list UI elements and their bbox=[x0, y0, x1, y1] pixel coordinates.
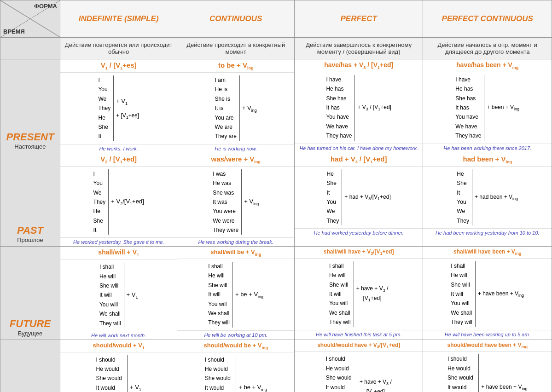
present-label-ru: Настоящее bbox=[14, 143, 46, 150]
future-indef-example: He will work next month. bbox=[91, 333, 146, 338]
future-perf-formula: shall/will have + V3/[V1+ed] bbox=[324, 248, 394, 255]
past-perf-example: He had worked yesterday before dinner. bbox=[314, 230, 404, 236]
desc-perfect-continuous: Действие началось в опр. момент и длящее… bbox=[438, 41, 537, 55]
present-cont-example: He is working now. bbox=[215, 146, 257, 151]
past-perfcont-example: He had been working yesterday from 10 to… bbox=[436, 230, 540, 236]
futurepast-indef-formula: should/would + V1 bbox=[93, 342, 145, 349]
past-label-ru: Прошлое bbox=[17, 236, 43, 243]
grammar-table: ФОРМА ВРЕМЯ INDEFINITE (SIMPLE) CONTINUO… bbox=[0, 0, 552, 392]
futurepast-perf-formula: should/would have + V3/[V1+ed] bbox=[317, 342, 400, 348]
present-cont-formula: to be + Ving bbox=[218, 61, 253, 69]
pron: I bbox=[98, 75, 110, 85]
present-perf-formula: have/has + V3 / [V1+ed] bbox=[324, 61, 393, 69]
futurepast-perfcont-formula: should/would have been + Ving bbox=[447, 342, 528, 348]
vremya-label: ВРЕМЯ bbox=[3, 28, 25, 35]
past-perf-formula: had + V3 / [V1+ed] bbox=[331, 155, 387, 163]
past-cont-formula: was/were + Ving bbox=[211, 155, 261, 163]
header-indefinite: INDEFINITE (SIMPLE) bbox=[79, 14, 159, 23]
futurepast-cont-formula: should/would be + Ving bbox=[203, 342, 268, 349]
pron: They bbox=[98, 104, 110, 113]
pron: We bbox=[98, 94, 110, 104]
header-perfect-continuous: PERFECT CONTINUOUS bbox=[442, 14, 533, 23]
past-cont-example: He was working during the break. bbox=[198, 239, 273, 245]
desc-continuous: Действие происходит в конкретный момент bbox=[186, 41, 285, 55]
future-perfcont-example: He will have been working up to 5 am. bbox=[445, 332, 530, 337]
future-label-ru: Будущее bbox=[18, 330, 42, 337]
header-perfect: PERFECT bbox=[341, 14, 377, 23]
present-indef-formula: V1 / [V1+es] bbox=[101, 61, 137, 69]
plus-formula2: + [V1+es] bbox=[116, 109, 139, 123]
pron: He bbox=[98, 113, 110, 122]
pron: She bbox=[98, 122, 110, 132]
pron: You bbox=[98, 85, 110, 94]
past-perfcont-formula: had been + Ving bbox=[463, 155, 511, 163]
future-cont-example: He will be working at 10 pm. bbox=[204, 332, 267, 338]
present-label-en: PRESENT bbox=[6, 131, 54, 143]
future-cont-formula: shall/will be + Ving bbox=[210, 248, 261, 255]
forma-label: ФОРМА bbox=[34, 3, 57, 10]
future-perf-example: He will have finished this task at 5 pm. bbox=[316, 332, 401, 337]
desc-indefinite: Действие повторяется или происходит обыч… bbox=[65, 41, 173, 55]
past-indef-example: He worked yesterday. She gave it to me. bbox=[73, 239, 164, 245]
desc-perfect: Действие завершилось к конкретному момен… bbox=[306, 41, 412, 55]
future-perfcont-formula: shall/will have been + Ving bbox=[453, 248, 521, 255]
plus-formula: + V1 bbox=[116, 94, 139, 109]
future-label-en: FUTURE bbox=[10, 318, 51, 330]
past-indef-formula: V2 / [V1+ed] bbox=[100, 155, 137, 163]
present-perfcont-example: He has been working there since 2017. bbox=[443, 145, 531, 151]
future-indef-formula: shall/will + V1 bbox=[98, 248, 139, 256]
present-indef-example: He works. I work. bbox=[99, 146, 138, 151]
past-label-en: PAST bbox=[17, 225, 43, 236]
present-perfcont-formula: have/has been + Ving bbox=[456, 61, 518, 69]
present-perf-example: He has turned on his car. I have done my… bbox=[299, 145, 418, 151]
pron: It bbox=[98, 132, 110, 141]
header-continuous: CONTINUOUS bbox=[209, 14, 262, 23]
